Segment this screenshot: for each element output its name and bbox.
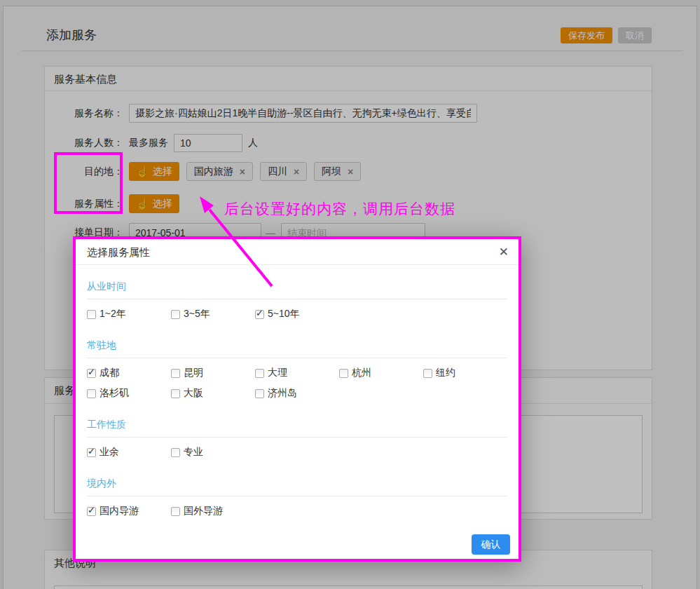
checkbox-icon (87, 389, 96, 398)
checkbox-label: 洛杉矶 (99, 387, 129, 400)
checkbox-label: 昆明 (184, 367, 203, 379)
checkbox-label: 大阪 (184, 387, 203, 400)
checkbox-group-domestic-abroad: 国内导游 国外导游 (87, 506, 507, 517)
checkbox-label: 国外导游 (184, 505, 223, 517)
checkbox-icon (171, 369, 180, 378)
confirm-button[interactable]: 确认 (472, 534, 510, 555)
page-root: 添加服务 保存发布 取消 服务基本信息 服务名称： 服务人数： 最多服务 人 目… (0, 0, 700, 589)
group-divider (87, 437, 507, 438)
group-divider (87, 496, 507, 496)
checkbox-icon (171, 507, 180, 516)
annotation-note: 后台设置好的内容，调用后台数据 (224, 199, 455, 219)
checkbox-option[interactable]: 大阪 (171, 388, 255, 399)
checkbox-label: 3~5年 (184, 308, 210, 320)
checkbox-icon (255, 389, 264, 398)
checkbox-label: 5~10年 (268, 308, 300, 320)
group-label-residence: 常驻地 (87, 339, 507, 352)
checkbox-label: 纽约 (436, 367, 455, 379)
checkbox-option[interactable]: 国外导游 (171, 506, 255, 517)
checkbox-icon (255, 369, 264, 378)
checkbox-option[interactable]: 洛杉矶 (87, 388, 171, 399)
checkbox-option[interactable]: 5~10年 (255, 309, 339, 320)
checkbox-label: 1~2年 (99, 308, 126, 320)
checkbox-option[interactable]: 济州岛 (255, 388, 339, 399)
group-divider (87, 299, 507, 299)
checkbox-option[interactable]: 国内导游 (87, 506, 171, 517)
checkbox-label: 济州岛 (268, 387, 297, 400)
checkbox-option[interactable]: 昆明 (171, 367, 255, 379)
checkbox-group-work-type: 业余 专业 (87, 447, 507, 458)
checkbox-label: 业余 (99, 446, 119, 459)
checkbox-option[interactable]: 成都 (87, 367, 171, 379)
close-icon[interactable]: ✕ (499, 245, 509, 259)
modal-title: 选择服务属性 (87, 246, 150, 259)
checkbox-option[interactable]: 1~2年 (87, 309, 171, 320)
checkbox-label: 专业 (184, 446, 203, 459)
checkbox-group-experience: 1~2年 3~5年 5~10年 (87, 309, 507, 320)
checkbox-icon (87, 310, 96, 319)
group-label-domestic-abroad: 境内外 (87, 478, 507, 490)
checkbox-option[interactable]: 3~5年 (171, 309, 255, 320)
group-divider (87, 358, 507, 358)
group-label-experience: 从业时间 (87, 280, 507, 293)
checkbox-label: 成都 (99, 367, 119, 379)
checkbox-icon (87, 369, 96, 378)
checkbox-option[interactable]: 大理 (255, 367, 339, 379)
attribute-select-modal: 选择服务属性 ✕ 从业时间 1~2年 3~5年 5~10年 常驻 (73, 236, 521, 562)
checkbox-icon (339, 369, 348, 378)
checkbox-icon (171, 389, 180, 398)
checkbox-label: 大理 (268, 367, 287, 379)
group-label-work-type: 工作性质 (87, 419, 507, 431)
checkbox-icon (255, 310, 264, 319)
checkbox-option[interactable]: 纽约 (423, 367, 507, 379)
modal-header: 选择服务属性 ✕ (76, 239, 519, 265)
checkbox-label: 国内导游 (99, 505, 139, 517)
checkbox-option[interactable]: 专业 (171, 447, 255, 458)
modal-body: 从业时间 1~2年 3~5年 5~10年 常驻地 (76, 280, 519, 517)
checkbox-icon (87, 448, 96, 457)
checkbox-icon (423, 369, 432, 378)
checkbox-option[interactable]: 杭州 (339, 367, 423, 379)
checkbox-icon (171, 310, 180, 319)
checkbox-group-residence: 成都 昆明 大理 杭州 纽约 (87, 367, 507, 399)
checkbox-label: 杭州 (352, 367, 371, 379)
checkbox-icon (87, 507, 96, 516)
checkbox-icon (171, 448, 180, 457)
checkbox-option[interactable]: 业余 (87, 447, 171, 458)
